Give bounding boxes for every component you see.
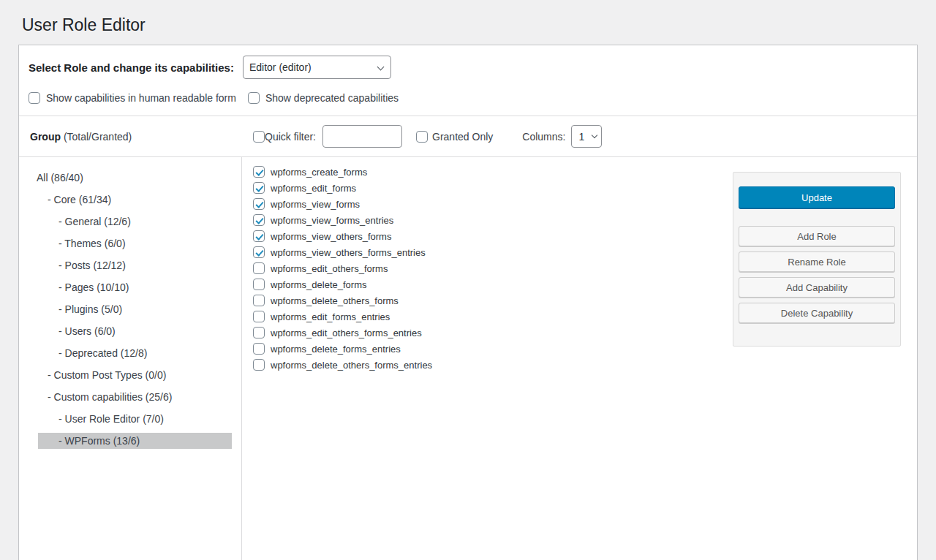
deprecated-option[interactable]: Show deprecated capabilities xyxy=(248,92,399,104)
capability-label: wpforms_create_forms xyxy=(271,167,367,178)
capability-row[interactable]: wpforms_edit_others_forms_entries xyxy=(253,327,733,338)
capability-checkbox[interactable] xyxy=(253,230,265,242)
granted-only-checkbox[interactable] xyxy=(416,131,428,143)
capabilities-list: wpforms_create_formswpforms_edit_formswp… xyxy=(242,157,733,560)
group-header: Group (Total/Granted) xyxy=(19,131,242,143)
capability-label: wpforms_delete_forms_entries xyxy=(271,344,401,355)
group-header-hint: (Total/Granted) xyxy=(61,131,132,143)
deprecated-label: Show deprecated capabilities xyxy=(265,92,399,104)
group-item[interactable]: - Custom capabilities (25/6) xyxy=(19,386,241,408)
capability-checkbox[interactable] xyxy=(253,198,265,210)
role-select-wrap: Editor (editor) xyxy=(243,56,391,79)
delete-capability-button[interactable]: Delete Capability xyxy=(739,303,895,323)
capability-checkbox[interactable] xyxy=(253,327,265,338)
capability-row[interactable]: wpforms_view_others_forms xyxy=(253,230,733,242)
rename-role-button[interactable]: Rename Role xyxy=(739,251,895,272)
group-item[interactable]: - User Role Editor (7/0) xyxy=(19,408,241,430)
capability-row[interactable]: wpforms_view_forms_entries xyxy=(253,214,733,226)
capability-label: wpforms_edit_forms xyxy=(271,183,356,194)
capability-row[interactable]: wpforms_view_forms xyxy=(253,198,733,210)
groups-tree: All (86/40)- Core (61/34)- General (12/6… xyxy=(19,157,242,560)
select-role-label: Select Role and change its capabilities: xyxy=(29,61,234,74)
group-item[interactable]: - General (12/6) xyxy=(19,211,241,232)
deprecated-checkbox[interactable] xyxy=(248,92,260,104)
capability-label: wpforms_view_forms xyxy=(271,199,360,210)
capability-checkbox[interactable] xyxy=(253,295,265,306)
capability-label: wpforms_delete_forms xyxy=(271,279,367,290)
capability-label: wpforms_delete_others_forms_entries xyxy=(271,360,432,371)
capability-label: wpforms_edit_others_forms_entries xyxy=(271,328,422,338)
capability-row[interactable]: wpforms_delete_others_forms_entries xyxy=(253,359,733,371)
group-item[interactable]: - Plugins (5/0) xyxy=(19,298,241,320)
role-select[interactable]: Editor (editor) xyxy=(243,56,391,79)
capability-row[interactable]: wpforms_edit_forms_entries xyxy=(253,311,733,322)
capability-checkbox[interactable] xyxy=(253,343,265,355)
columns-select[interactable]: 1 xyxy=(571,125,602,148)
columns-select-wrap: 1 xyxy=(571,125,602,148)
capability-label: wpforms_delete_others_forms xyxy=(271,295,399,306)
capability-checkbox[interactable] xyxy=(253,182,265,194)
capability-label: wpforms_view_others_forms_entries xyxy=(271,247,426,258)
list-body: All (86/40)- Core (61/34)- General (12/6… xyxy=(19,157,917,560)
group-header-title: Group xyxy=(30,131,61,143)
human-readable-label: Show capabilities in human readable form xyxy=(46,92,236,104)
group-item[interactable]: - Posts (12/12) xyxy=(19,254,241,276)
capability-label: wpforms_edit_forms_entries xyxy=(271,311,390,322)
page-title: User Role Editor xyxy=(0,0,936,45)
capability-label: wpforms_edit_others_forms xyxy=(271,263,388,274)
capability-row[interactable]: wpforms_edit_forms xyxy=(253,182,733,194)
capability-row[interactable]: wpforms_create_forms xyxy=(253,166,733,178)
capability-checkbox[interactable] xyxy=(253,311,265,322)
granted-only-label: Granted Only xyxy=(432,131,493,143)
add-capability-button[interactable]: Add Capability xyxy=(739,277,895,298)
capability-checkbox[interactable] xyxy=(253,262,265,274)
quick-filter-label: Quick filter: xyxy=(265,131,316,143)
group-item[interactable]: - Core (61/34) xyxy=(19,189,241,211)
columns-label: Columns: xyxy=(522,131,565,143)
capability-label: wpforms_view_others_forms xyxy=(271,231,391,242)
human-readable-checkbox[interactable] xyxy=(29,92,40,104)
role-selector-row: Select Role and change its capabilities:… xyxy=(19,45,917,80)
capability-row[interactable]: wpforms_delete_forms xyxy=(253,279,733,290)
quick-filter-input[interactable] xyxy=(322,125,402,148)
group-item[interactable]: - Custom Post Types (0/0) xyxy=(19,364,241,386)
user-role-editor-panel: Select Role and change its capabilities:… xyxy=(18,45,918,560)
capability-label: wpforms_view_forms_entries xyxy=(271,215,393,226)
capability-row[interactable]: wpforms_delete_others_forms xyxy=(253,295,733,306)
list-header: Group (Total/Granted) Quick filter: Gran… xyxy=(19,116,917,157)
capability-checkbox[interactable] xyxy=(253,166,265,178)
capability-row[interactable]: wpforms_view_others_forms_entries xyxy=(253,246,733,258)
granted-only-option[interactable]: Granted Only xyxy=(416,131,493,143)
capability-checkbox[interactable] xyxy=(253,246,265,258)
add-role-button[interactable]: Add Role xyxy=(739,226,895,246)
capability-checkbox[interactable] xyxy=(253,279,265,290)
capability-checkbox[interactable] xyxy=(253,214,265,226)
human-readable-option[interactable]: Show capabilities in human readable form xyxy=(29,92,236,104)
group-item[interactable]: - WPForms (13/6) xyxy=(38,433,232,449)
update-button[interactable]: Update xyxy=(739,186,895,208)
select-all-checkbox[interactable] xyxy=(253,131,265,143)
capability-row[interactable]: wpforms_delete_forms_entries xyxy=(253,343,733,355)
group-item[interactable]: - Users (6/0) xyxy=(19,320,241,342)
capability-checkbox[interactable] xyxy=(253,359,265,371)
actions-panel: Update Add Role Rename Role Add Capabili… xyxy=(733,172,901,347)
capability-row[interactable]: wpforms_edit_others_forms xyxy=(253,262,733,274)
display-options-row: Show capabilities in human readable form… xyxy=(19,80,917,116)
group-item[interactable]: - Pages (10/10) xyxy=(19,276,241,298)
filter-controls: Quick filter: Granted Only Columns: 1 xyxy=(242,125,917,148)
group-item[interactable]: - Deprecated (12/8) xyxy=(19,342,241,364)
group-item[interactable]: - Themes (6/0) xyxy=(19,232,241,254)
group-item[interactable]: All (86/40) xyxy=(19,167,241,189)
